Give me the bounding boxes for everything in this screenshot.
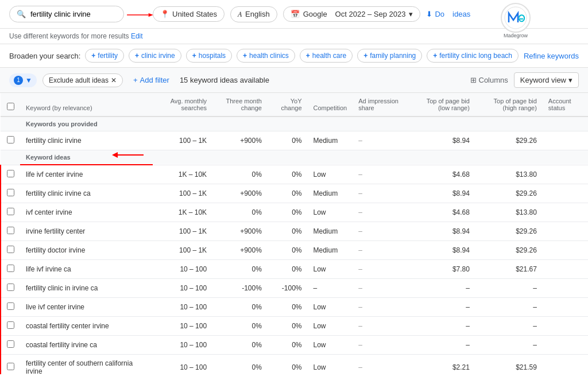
keyword-header[interactable]: Keyword (by relevance) (20, 93, 153, 117)
filter-badge[interactable]: 1 ▼ (9, 73, 37, 87)
row-checkbox[interactable] (7, 136, 14, 143)
yoy-cell: 0% (268, 259, 308, 278)
select-all-checkbox[interactable] (7, 103, 14, 110)
top-bid-low-cell: $8.94 (411, 222, 475, 240)
date-filter[interactable]: 📅 Google Oct 2022 – Sep 2023 ▾ (283, 6, 421, 22)
top-bid-low-cell: – (411, 278, 475, 297)
row-checkbox[interactable] (7, 340, 14, 348)
three-month-cell: +900% (212, 222, 268, 240)
row-checkbox-cell[interactable] (1, 131, 20, 150)
location-filter[interactable]: 📍 United States (153, 6, 225, 22)
row-checkbox-cell[interactable] (1, 240, 20, 259)
broaden-pill-fertility-clinic-long-beach[interactable]: + fertility clinic long beach (427, 49, 519, 63)
avg-monthly-header[interactable]: Avg. monthly searches (153, 93, 212, 117)
avg-monthly-cell: 1K – 10K (153, 165, 212, 184)
ideas-button[interactable]: ideas (452, 10, 470, 18)
row-checkbox[interactable] (7, 363, 14, 370)
row-checkbox-cell[interactable] (1, 165, 20, 184)
row-checkbox[interactable] (7, 189, 14, 196)
three-month-cell: 0% (212, 297, 268, 316)
three-month-cell: 0% (212, 165, 268, 184)
avg-monthly-cell: 100 – 1K (153, 222, 212, 240)
keyword-cell: coastal fertility irvine ca (20, 335, 153, 354)
broaden-pill-hospitals[interactable]: + hospitals (186, 49, 232, 63)
columns-button[interactable]: ⊞ Columns (470, 76, 508, 84)
yoy-cell: 0% (268, 335, 308, 354)
competition-cell: Low (308, 259, 353, 278)
edit-link[interactable]: Edit (131, 32, 143, 40)
row-checkbox-cell[interactable] (1, 259, 20, 278)
broaden-pill-clinic-irvine[interactable]: + clinic irvine (129, 49, 181, 63)
table-container: Keyword (by relevance) Avg. monthly sear… (0, 93, 588, 374)
top-bid-high-cell: $29.26 (475, 184, 543, 203)
exclude-adult-pill[interactable]: Exclude adult ideas ✕ (42, 73, 123, 87)
close-icon[interactable]: ✕ (111, 76, 117, 84)
language-icon: 𝐴 (238, 10, 242, 19)
yoy-cell: 0% (268, 184, 308, 203)
top-bid-high-cell: – (475, 278, 543, 297)
row-checkbox-cell[interactable] (1, 335, 20, 354)
top-bid-high-cell: $29.26 (475, 222, 543, 240)
row-checkbox[interactable] (7, 284, 14, 291)
select-all-header[interactable] (1, 93, 20, 117)
avg-monthly-cell: 100 – 1K (153, 240, 212, 259)
top-bid-high-cell: $21.67 (475, 259, 543, 278)
broaden-pill-health-clinics[interactable]: + health clinics (237, 49, 295, 63)
top-bid-low-cell: – (411, 316, 475, 335)
avg-monthly-cell: 10 – 100 (153, 316, 212, 335)
competition-header[interactable]: Competition (308, 93, 353, 117)
top-bid-high-header[interactable]: Top of page bid (high range) (475, 93, 543, 117)
avg-monthly-cell: 100 – 1K (153, 184, 212, 203)
broaden-pill-health-care[interactable]: + health care (300, 49, 353, 63)
row-checkbox[interactable] (7, 265, 14, 272)
broaden-pill-fertility[interactable]: + fertility (85, 49, 124, 63)
language-filter[interactable]: 𝐴 English (230, 6, 277, 22)
row-checkbox[interactable] (7, 302, 14, 310)
row-checkbox-cell[interactable] (1, 222, 20, 240)
keyword-cell: fertility clinic irvine (20, 131, 153, 150)
row-checkbox-cell[interactable] (1, 354, 20, 374)
download-button[interactable]: ⬇ Do (426, 10, 444, 18)
top-bid-low-cell: – (411, 335, 475, 354)
ad-impression-cell: – (353, 203, 411, 222)
account-status-cell (543, 354, 588, 374)
yoy-cell: 0% (268, 316, 308, 335)
search-input[interactable] (30, 10, 111, 18)
refine-keywords-link[interactable]: Refine keywords (524, 52, 579, 60)
top-bid-high-cell: $21.59 (475, 354, 543, 374)
plus-icon: + (192, 52, 196, 60)
add-filter-button[interactable]: + Add filter (129, 73, 174, 87)
row-checkbox[interactable] (7, 208, 14, 215)
row-checkbox-cell[interactable] (1, 316, 20, 335)
row-checkbox-cell[interactable] (1, 278, 20, 297)
keyword-view-button[interactable]: Keyword view ▾ (514, 72, 579, 88)
three-month-cell: +900% (212, 240, 268, 259)
account-status-cell (543, 203, 588, 222)
three-month-header[interactable]: Three month change (212, 93, 268, 117)
top-bid-high-cell: – (475, 297, 543, 316)
row-checkbox-cell[interactable] (1, 203, 20, 222)
top-bid-high-cell: – (475, 316, 543, 335)
competition-cell: Medium (308, 131, 353, 150)
competition-cell: Medium (308, 222, 353, 240)
row-checkbox-cell[interactable] (1, 297, 20, 316)
row-checkbox[interactable] (7, 321, 14, 329)
chevron-down-icon: ▾ (568, 76, 572, 84)
account-status-cell (543, 297, 588, 316)
broaden-pill-family-planning[interactable]: + family planning (357, 49, 422, 63)
yoy-cell: 0% (268, 222, 308, 240)
account-status-header[interactable]: Account status (543, 93, 588, 117)
row-checkbox[interactable] (7, 227, 14, 234)
three-month-cell: -100% (212, 278, 268, 297)
ad-impression-header[interactable]: Ad impression share (353, 93, 411, 117)
competition-cell: Low (308, 165, 353, 184)
top-bid-low-header[interactable]: Top of page bid (low range) (411, 93, 475, 117)
ideas-row: fertility clinic in irvine ca 10 – 100 -… (1, 278, 588, 297)
yoy-header[interactable]: YoY change (268, 93, 308, 117)
search-box[interactable]: 🔍 (9, 6, 124, 22)
row-checkbox[interactable] (7, 246, 14, 253)
plus-icon: + (135, 52, 139, 60)
row-checkbox-cell[interactable] (1, 184, 20, 203)
red-arrow-icon (125, 10, 154, 20)
row-checkbox[interactable] (7, 170, 14, 177)
